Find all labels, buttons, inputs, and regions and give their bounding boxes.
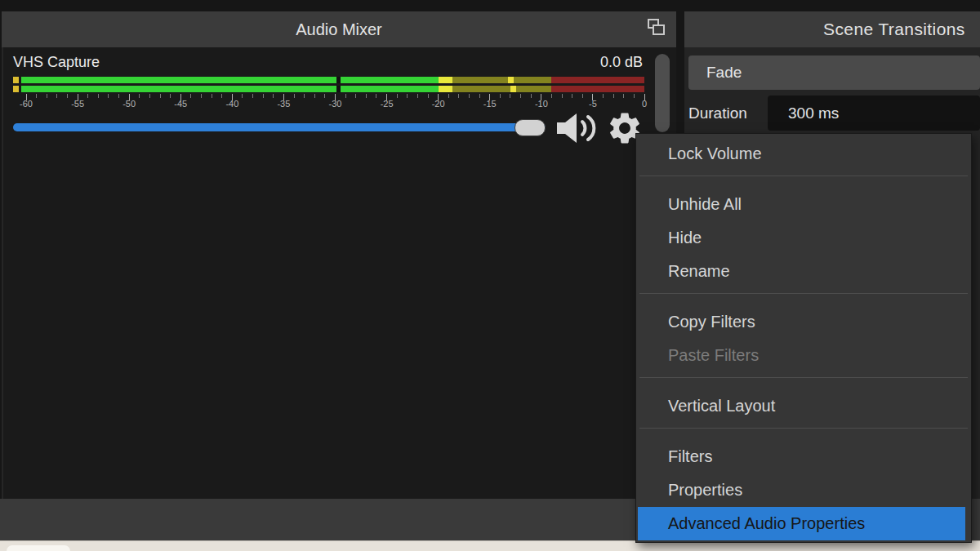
db-scale-label: -20 — [425, 99, 452, 109]
db-scale-label: -40 — [218, 99, 246, 109]
meter-tick — [221, 94, 222, 98]
context-menu: Lock VolumeUnhide AllHideRenameCopy Filt… — [635, 133, 972, 543]
meter-tick — [36, 94, 37, 98]
menu-item-unhide-all[interactable]: Unhide All — [636, 188, 971, 221]
meter-tick — [551, 94, 552, 98]
audio-mixer-title: Audio Mixer — [2, 11, 676, 47]
meter-tick — [458, 94, 459, 98]
meter-tick — [108, 94, 109, 98]
meter-segment — [551, 77, 644, 83]
menu-item-lock-volume[interactable]: Lock Volume — [636, 137, 971, 171]
meter-segment — [452, 86, 551, 92]
meter-tick — [139, 94, 140, 98]
db-scale-label: 0 — [630, 99, 658, 109]
meter-tick — [613, 94, 614, 98]
mixer-scrollbar[interactable] — [655, 54, 670, 132]
menu-item-rename[interactable]: Rename — [636, 255, 971, 288]
volume-slider[interactable] — [13, 119, 547, 137]
menu-item-properties[interactable]: Properties — [636, 473, 971, 507]
menu-separator — [639, 428, 968, 429]
menu-separator — [639, 377, 968, 378]
audio-mixer-panel: Audio Mixer VHS Capture 0.0 dB -60-55-50… — [2, 11, 676, 499]
meter-tick — [417, 94, 418, 98]
background-window-corner — [7, 545, 70, 551]
db-scale-label: -5 — [579, 99, 607, 109]
meter-segment — [452, 77, 551, 83]
menu-item-vertical-layout[interactable]: Vertical Layout — [636, 389, 971, 423]
speaker-mute-icon[interactable] — [554, 113, 601, 144]
meter-tick — [294, 94, 295, 98]
menu-item-advanced-audio-properties[interactable]: Advanced Audio Properties — [638, 507, 965, 540]
duration-spinbox[interactable]: 300 ms — [768, 96, 980, 131]
meter-tick — [469, 94, 470, 98]
meter-segment — [21, 86, 439, 92]
meter-tick — [242, 94, 243, 98]
volume-slider-handle[interactable] — [514, 119, 546, 136]
meter-tick — [531, 94, 532, 98]
meter-tick — [212, 94, 212, 98]
duration-value: 300 ms — [788, 96, 839, 131]
meter-tick — [190, 94, 191, 98]
db-scale-label: -30 — [322, 99, 350, 109]
meter-tick — [603, 94, 604, 98]
meter-tick — [407, 94, 408, 98]
menu-item-hide[interactable]: Hide — [636, 221, 971, 255]
db-scale-label: -55 — [64, 99, 91, 109]
meter-tick — [98, 94, 99, 98]
meter-tick — [304, 94, 305, 98]
meter-peak-tick — [510, 86, 516, 92]
db-scale-label: -35 — [270, 99, 297, 109]
meter-tick — [252, 94, 253, 98]
menu-separator — [639, 293, 968, 294]
source-name: VHS Capture — [13, 54, 100, 71]
meter-tick — [428, 94, 429, 98]
meter-tick — [562, 94, 563, 98]
meter-tick — [448, 94, 449, 98]
menu-separator — [639, 176, 968, 176]
meter-segment — [21, 77, 439, 83]
meter-tick — [263, 94, 264, 98]
obs-window: Audio Mixer VHS Capture 0.0 dB -60-55-50… — [0, 0, 980, 551]
meter-segment — [551, 86, 644, 92]
meter-peak-tick — [508, 77, 514, 83]
meter-tick — [572, 94, 572, 98]
popout-icon[interactable] — [648, 19, 665, 36]
meter-tick — [623, 94, 624, 98]
meter-input-indicator — [13, 86, 19, 92]
audio-mixer-header[interactable]: Audio Mixer — [2, 11, 676, 47]
menu-item-filters[interactable]: Filters — [636, 440, 971, 473]
meter-tick — [118, 94, 119, 98]
db-scale-label: -45 — [167, 99, 194, 109]
meter-tick — [397, 94, 398, 98]
volume-slider-track[interactable] — [13, 123, 546, 131]
transition-select[interactable]: Fade — [688, 56, 980, 90]
meter-tick — [273, 94, 274, 98]
meter-segment — [439, 86, 453, 92]
db-scale-label: -10 — [528, 99, 555, 109]
meter-tick — [160, 94, 161, 98]
meter-tick — [634, 94, 635, 98]
db-scale-label: -50 — [115, 99, 143, 109]
meter-tick — [67, 94, 68, 98]
db-scale-label: -15 — [476, 99, 504, 109]
meter-tick — [314, 94, 315, 98]
meter-tick — [170, 94, 171, 98]
db-scale-label: -25 — [373, 99, 401, 109]
meter-tick — [355, 94, 356, 98]
meter-tick — [149, 94, 150, 98]
meter-tick — [582, 94, 583, 98]
menu-item-copy-filters[interactable]: Copy Filters — [636, 305, 971, 339]
meter-tick — [56, 94, 57, 98]
meter-tick — [201, 94, 202, 98]
transition-select-value: Fade — [706, 56, 742, 90]
audio-mixer-content: VHS Capture 0.0 dB -60-55-50-45-40-35-30… — [2, 47, 676, 499]
meter-tick — [500, 94, 501, 98]
meter-tick — [366, 94, 367, 98]
meter-tick — [510, 94, 510, 98]
meter-tick — [87, 94, 88, 98]
duration-label: Duration — [688, 96, 747, 131]
meter-hold-gap — [336, 86, 341, 92]
meter-tick — [47, 94, 47, 98]
meter-tick — [324, 94, 325, 98]
scene-transitions-header[interactable]: Scene Transitions — [684, 11, 980, 47]
